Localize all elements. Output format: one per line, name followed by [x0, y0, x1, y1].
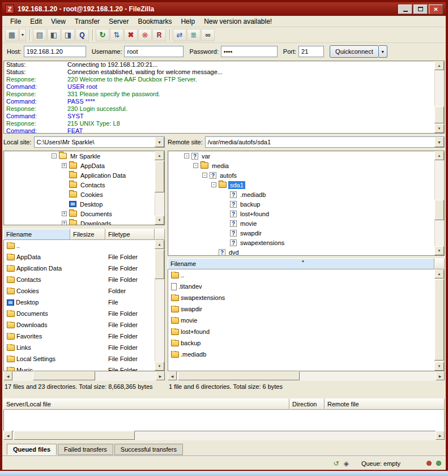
tree-item[interactable]: var [168, 151, 444, 161]
scroll-left-button[interactable]: ◀ [3, 371, 12, 380]
tree-item[interactable]: Application Data [4, 170, 164, 180]
menu-item[interactable]: Server [104, 16, 133, 27]
menu-item[interactable]: View [46, 16, 70, 27]
tree-item[interactable]: Documents [4, 209, 164, 218]
tree-item[interactable]: Contacts [4, 180, 164, 190]
cancel-button[interactable]: ✖ [124, 29, 138, 41]
column-header-local-file[interactable]: Server/Local file [3, 398, 289, 410]
close-button[interactable]: ✕ [429, 5, 443, 14]
find-files-button[interactable]: ∞ [201, 29, 215, 41]
scroll-left-button[interactable]: ◀ [168, 371, 177, 380]
port-input[interactable] [298, 46, 324, 57]
scroll-right-button[interactable]: ▶ [156, 371, 165, 380]
disconnect-button[interactable]: ⊗ [138, 29, 152, 41]
file-row[interactable]: Cookies Folder [4, 285, 164, 297]
menu-item[interactable]: Edit [25, 16, 46, 27]
tree-item[interactable]: swapextensions [168, 238, 444, 247]
password-input[interactable] [221, 46, 278, 57]
chevron-down-icon[interactable]: ▼ [155, 137, 164, 147]
username-input[interactable] [124, 46, 184, 57]
toggle-message-log-button[interactable]: ▤ [33, 29, 46, 41]
column-header-filename[interactable]: Filename [3, 229, 70, 240]
tree-item[interactable]: Desktop [4, 199, 164, 209]
file-row[interactable]: .. [168, 269, 444, 281]
tree-item[interactable]: movie [168, 218, 444, 228]
file-row[interactable]: Links File Folder [4, 342, 164, 353]
file-row[interactable]: movie [168, 315, 444, 326]
file-row[interactable]: Local Settings File Folder [4, 353, 164, 364]
toggle-local-tree-button[interactable]: ◧ [47, 29, 61, 41]
scroll-thumb[interactable] [155, 161, 164, 192]
tree-item[interactable]: Cookies [4, 190, 164, 199]
toggle-remote-tree-button[interactable]: ◨ [61, 29, 75, 41]
queue-tab[interactable]: Queued files [7, 444, 57, 455]
file-row[interactable]: Documents File Folder [4, 308, 164, 319]
menu-item[interactable]: Transfer [70, 16, 104, 27]
host-input[interactable] [24, 46, 86, 57]
scroll-thumb[interactable] [434, 200, 444, 220]
file-row[interactable]: Downloads File Folder [4, 319, 164, 331]
file-row[interactable]: swapextensions [168, 292, 444, 303]
scroll-thumb[interactable] [14, 431, 135, 440]
quickconnect-button[interactable]: Quickconnect [330, 45, 379, 58]
tree-item[interactable]: backup [168, 199, 444, 209]
file-row[interactable]: lost+found [168, 326, 444, 337]
scroll-thumb[interactable] [155, 250, 164, 279]
file-row[interactable]: swapdir [168, 303, 444, 315]
tree-item[interactable]: AppData [4, 161, 164, 170]
scroll-up-button[interactable]: ▲ [434, 151, 444, 160]
scroll-thumb[interactable] [434, 106, 444, 123]
menu-item[interactable]: File [6, 16, 25, 27]
titlebar[interactable]: Z 192.168.1.20 - root@192.168.1.20 - Fil… [2, 2, 446, 16]
scroll-down-button[interactable]: ▼ [155, 362, 164, 371]
expander-icon[interactable] [52, 153, 57, 158]
minimize-button[interactable] [398, 5, 412, 14]
scroll-up-button[interactable]: ▲ [155, 240, 164, 249]
quickconnect-dropdown[interactable]: ▼ [379, 45, 387, 58]
file-row[interactable]: Favorites File Folder [4, 331, 164, 342]
queue-tab[interactable]: Successful transfers [114, 444, 183, 455]
expander-icon[interactable] [202, 173, 207, 178]
tree-item[interactable]: media [168, 161, 444, 170]
expander-icon[interactable] [62, 163, 67, 168]
maximize-button[interactable] [413, 5, 428, 14]
directory-comparison-button[interactable]: ⇄ [173, 29, 186, 41]
expander-icon[interactable] [62, 221, 67, 225]
tree-item[interactable]: .mediadb [168, 190, 444, 199]
file-row[interactable]: Music File Folder [4, 364, 164, 371]
scroll-left-button[interactable]: ◀ [3, 431, 12, 440]
process-queue-button[interactable]: ⇅ [110, 29, 123, 41]
scroll-down-button[interactable]: ▼ [434, 246, 444, 255]
tree-item[interactable]: swapdir [168, 228, 444, 238]
file-row[interactable]: Application Data File Folder [4, 263, 164, 274]
scroll-thumb[interactable] [178, 371, 300, 380]
reconnect-button[interactable]: R [152, 29, 166, 41]
site-manager-button[interactable]: ▦ [5, 29, 19, 41]
tree-item[interactable]: Downloads [4, 218, 164, 225]
scroll-up-button[interactable]: ▲ [155, 151, 164, 160]
file-row[interactable]: AppData File Folder [4, 251, 164, 263]
expander-icon[interactable] [211, 182, 216, 187]
file-row[interactable]: Contacts File Folder [4, 274, 164, 285]
column-header-filename[interactable]: Filename▲ [168, 258, 434, 269]
scroll-thumb[interactable] [434, 279, 444, 361]
refresh-button[interactable]: ↻ [96, 29, 109, 41]
scroll-right-button[interactable]: ▶ [436, 431, 445, 440]
site-manager-dropdown[interactable]: ▼ [19, 29, 26, 41]
file-row[interactable]: .. [4, 240, 164, 251]
scroll-up-button[interactable]: ▲ [434, 269, 444, 278]
chevron-down-icon[interactable]: ▼ [434, 137, 444, 147]
tree-item[interactable]: sda1 [168, 180, 444, 190]
file-row[interactable]: .titandev [168, 281, 444, 292]
menu-item[interactable]: Bookmarks [133, 16, 176, 27]
synchronized-browsing-button[interactable]: ≣ [187, 29, 200, 41]
remote-site-combobox[interactable]: /var/media/autofs/sda1 ▼ [205, 136, 445, 148]
tree-item[interactable]: lost+found [168, 209, 444, 218]
scroll-right-button[interactable]: ▶ [436, 371, 445, 380]
tree-item[interactable]: autofs [168, 170, 444, 180]
menu-item[interactable]: Help [176, 16, 199, 27]
tree-item[interactable]: Mr Sparkle [4, 151, 164, 161]
scroll-down-button[interactable]: ▼ [155, 216, 164, 225]
column-header-direction[interactable]: Direction [289, 398, 325, 410]
column-header-filetype[interactable]: Filetype [105, 229, 155, 240]
